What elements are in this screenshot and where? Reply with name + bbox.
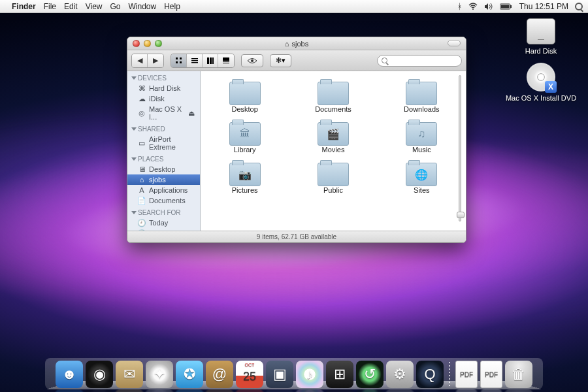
dvd-icon: X	[527, 63, 555, 91]
dock-item-ichat[interactable]: ✪	[176, 361, 203, 388]
folder-badge-icon: ♫	[406, 123, 436, 145]
dock-item-tm[interactable]: ↺	[356, 361, 384, 388]
folder-downloads[interactable]: Downloads	[378, 78, 466, 116]
menu-view[interactable]: View	[86, 2, 103, 11]
folder-icon	[229, 82, 261, 105]
minimize-button[interactable]	[144, 40, 151, 47]
view-column-button[interactable]	[203, 54, 218, 67]
spotlight-icon[interactable]	[575, 3, 583, 10]
view-coverflow-button[interactable]	[218, 54, 234, 67]
dock-item-ab[interactable]: @	[206, 361, 233, 388]
sidebar-item-label: Yesterday	[149, 229, 181, 231]
sidebar-item-today[interactable]: 🕘Today	[127, 218, 200, 228]
disclosure-triangle-icon	[131, 76, 137, 80]
toolbar-toggle-button[interactable]	[448, 40, 461, 46]
folder-documents[interactable]: Documents	[289, 78, 377, 116]
dock-item-preview[interactable]: ▣	[266, 361, 293, 388]
folder-icon: 🎬	[318, 122, 349, 146]
sidebar-heading[interactable]: SEARCH FOR	[127, 206, 200, 218]
sidebar-heading-label: DEVICES	[138, 74, 167, 82]
slider-knob[interactable]	[457, 212, 465, 218]
sidebar-heading[interactable]: DEVICES	[127, 71, 200, 83]
app-menu[interactable]: Finder	[12, 2, 36, 11]
idisk-icon: ☁	[138, 95, 146, 103]
sidebar-item-applications[interactable]: AApplications	[127, 185, 200, 195]
sidebar-item-desktop[interactable]: 🖥Desktop	[127, 164, 200, 174]
menu-window[interactable]: Window	[129, 2, 157, 11]
dock-item-doc[interactable]: PDF	[455, 361, 478, 388]
forward-button[interactable]: ▶	[148, 54, 163, 67]
sidebar-item-yesterday[interactable]: 🕘Yesterday	[127, 228, 200, 231]
folder-icon: 📷	[229, 163, 261, 186]
search-field[interactable]	[377, 55, 462, 67]
finder-content: DesktopDocumentsDownloads🏛Library🎬Movies…	[201, 71, 466, 231]
view-list-button[interactable]	[187, 54, 203, 67]
sidebar-item-label: Today	[149, 219, 168, 227]
folder-badge-icon	[406, 82, 436, 105]
bluetooth-icon[interactable]: ᚼ	[457, 2, 462, 11]
folder-icon	[318, 163, 349, 186]
dock-item-spaces[interactable]: ⊞	[326, 361, 353, 388]
view-icon-button[interactable]	[171, 54, 187, 67]
dock-item-q[interactable]: Q	[416, 361, 444, 388]
wifi-icon[interactable]	[468, 3, 478, 10]
sidebar-item-airport-extreme[interactable]: ▭AirPort Extreme	[127, 134, 200, 152]
eject-icon[interactable]: ⏏	[188, 109, 195, 118]
menu-help[interactable]: Help	[164, 2, 180, 11]
sidebar-item-label: Applications	[149, 186, 188, 194]
close-button[interactable]	[133, 40, 140, 47]
desktop-icon: 🖥	[138, 165, 146, 173]
dock-item-doc[interactable]: PDF	[480, 361, 502, 388]
folder-badge-icon	[230, 82, 260, 105]
menu-file[interactable]: File	[44, 2, 56, 11]
sidebar-item-documents[interactable]: 📄Documents	[127, 195, 200, 206]
sidebar-heading[interactable]: SHARED	[127, 122, 200, 134]
dock-item-finder[interactable]: ☻	[56, 361, 83, 388]
dock-item-mail[interactable]: ✉	[116, 361, 143, 388]
search-icon	[382, 57, 387, 63]
dock-item-safari[interactable]: ✦	[146, 361, 173, 388]
quicklook-button[interactable]	[241, 54, 263, 67]
svg-rect-3	[500, 5, 509, 8]
back-button[interactable]: ◀	[132, 54, 148, 67]
dock-item-sys[interactable]: ⚙	[386, 361, 414, 388]
folder-pictures[interactable]: 📷Pictures	[201, 159, 289, 197]
sidebar-item-sjobs[interactable]: ⌂sjobs	[127, 174, 200, 185]
volume-icon[interactable]	[484, 3, 493, 10]
dock-item-itunes[interactable]: ♪	[296, 361, 323, 388]
action-button[interactable]: ✻▾	[270, 54, 291, 67]
dock-item-trash[interactable]: 🗑	[505, 361, 532, 388]
svg-point-17	[251, 59, 253, 62]
folder-icon: ♫	[406, 122, 437, 146]
folder-library[interactable]: 🏛Library	[201, 118, 289, 156]
folder-movies[interactable]: 🎬Movies	[289, 118, 377, 156]
clock-icon: 🕘	[138, 229, 146, 231]
svg-rect-5	[180, 57, 182, 59]
dock-item-dash[interactable]: ◉	[86, 361, 113, 388]
menu-go[interactable]: Go	[110, 2, 121, 11]
dock-item-ical[interactable]: OCT25	[236, 361, 263, 388]
battery-icon[interactable]	[500, 3, 513, 10]
folder-badge-icon: 🎬	[318, 123, 348, 145]
desktop-icon-hard-disk[interactable]: Hard Disk	[502, 18, 580, 55]
sidebar-heading[interactable]: PLACES	[127, 152, 200, 164]
folder-public[interactable]: Public	[289, 159, 377, 197]
sidebar-item-mac-os-x-i-[interactable]: ◎Mac OS X I...⏏	[127, 104, 200, 122]
folder-label: Pictures	[232, 186, 258, 194]
svg-rect-2	[510, 5, 512, 8]
sidebar-item-hard-disk[interactable]: ⌘Hard Disk	[127, 83, 200, 93]
window-title: ⌂ sjobs	[127, 40, 466, 48]
docs-icon: 📄	[138, 197, 146, 204]
folder-sites[interactable]: 🌐Sites	[378, 159, 466, 197]
search-input[interactable]	[389, 57, 457, 65]
sidebar-item-label: Desktop	[149, 165, 175, 173]
folder-music[interactable]: ♫Music	[378, 118, 466, 156]
icon-size-slider[interactable]	[456, 71, 464, 231]
menu-clock[interactable]: Thu 12:51 PM	[519, 2, 568, 11]
menu-edit[interactable]: Edit	[64, 2, 78, 11]
sidebar-item-idisk[interactable]: ☁iDisk	[127, 93, 200, 104]
window-titlebar[interactable]: ⌂ sjobs	[127, 37, 466, 50]
desktop-icon-install-dvd[interactable]: X Mac OS X Install DVD	[502, 63, 580, 102]
folder-desktop[interactable]: Desktop	[201, 78, 289, 116]
zoom-button[interactable]	[155, 40, 162, 47]
